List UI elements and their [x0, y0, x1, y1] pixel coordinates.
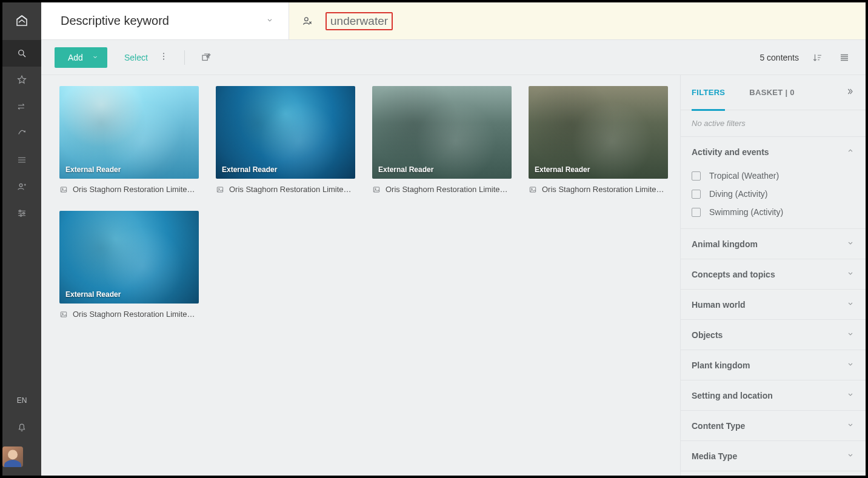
result-name: Oris Staghorn Restoration Limite… [73, 310, 199, 319]
chevron-down-icon[interactable] [263, 13, 276, 29]
image-icon [59, 310, 68, 319]
image-icon [59, 185, 68, 194]
nav-settings[interactable] [2, 200, 41, 227]
result-name: Oris Staghorn Restoration Limite… [386, 185, 512, 194]
svg-point-0 [19, 50, 24, 55]
facet: Human world [681, 290, 866, 320]
expand-icon[interactable] [845, 87, 855, 99]
notifications-icon[interactable] [2, 414, 41, 440]
chevron-icon [846, 330, 855, 340]
nav-list[interactable] [2, 147, 41, 173]
checkbox-icon[interactable] [692, 208, 701, 217]
no-active-filters: No active filters [681, 110, 866, 137]
facet-body: Tropical (Weather) Diving (Activity) Swi… [681, 167, 866, 228]
facet-header[interactable]: Plant kingdom [681, 350, 866, 380]
facet-title: Content Type [692, 421, 745, 431]
more-actions-icon[interactable] [156, 49, 171, 66]
nav-share[interactable] [2, 120, 41, 147]
sort-icon[interactable] [810, 50, 826, 65]
facet-title: Media Type [692, 451, 737, 461]
facet: Setting and location [681, 380, 866, 411]
facet-option[interactable]: Diving (Activity) [692, 185, 855, 203]
facet-header[interactable]: Content Type [681, 411, 866, 440]
result-thumbnail[interactable]: External Reader [529, 86, 668, 179]
image-icon [216, 185, 224, 194]
result-card[interactable]: External Reader Oris Staghorn Restoratio… [529, 86, 668, 194]
chevron-icon [846, 299, 855, 310]
result-card[interactable]: External Reader Oris Staghorn Restoratio… [372, 86, 512, 194]
left-sidebar: EN [2, 2, 41, 476]
facet-header[interactable]: Objects [681, 320, 866, 350]
facet-header[interactable]: Human world [681, 290, 866, 319]
svg-point-4 [20, 214, 22, 216]
facet-title: Objects [692, 330, 723, 340]
facet-header[interactable]: Setting and location [681, 380, 866, 410]
svg-point-8 [163, 58, 164, 59]
facet: Activity and events Tropical (Weather) D… [681, 137, 866, 229]
facet-option-label: Diving (Activity) [709, 189, 767, 199]
result-card[interactable]: External Reader Oris Staghorn Restoratio… [216, 86, 355, 194]
chevron-icon [846, 147, 855, 157]
facet-header[interactable]: Animal kingdom [681, 229, 866, 259]
facet-header[interactable]: Concepts and topics [681, 259, 866, 289]
checkbox-icon[interactable] [692, 171, 701, 181]
right-panel: FILTERS BASKET | 0 No active filters Act… [680, 75, 866, 476]
nav-users[interactable] [2, 173, 41, 200]
user-avatar[interactable] [2, 446, 23, 467]
result-badge: External Reader [222, 165, 277, 174]
facet-option-label: Tropical (Weather) [709, 171, 779, 181]
result-name: Oris Staghorn Restoration Limite… [73, 185, 199, 194]
tab-filters[interactable]: FILTERS [692, 75, 725, 110]
svg-point-7 [163, 55, 164, 56]
result-thumbnail[interactable]: External Reader [372, 86, 512, 179]
app-logo[interactable] [2, 2, 41, 40]
svg-point-2 [19, 210, 21, 212]
search-scope-selector[interactable]: Descriptive keyword [41, 2, 289, 39]
add-button-label: Add [68, 53, 83, 62]
image-icon [529, 185, 537, 194]
result-card[interactable]: External Reader Oris Staghorn Restoratio… [59, 86, 199, 194]
top-bar: Descriptive keyword underwater [41, 2, 866, 40]
result-card[interactable]: External Reader Oris Staghorn Restoratio… [59, 211, 199, 319]
svg-point-6 [163, 53, 164, 54]
chevron-icon [846, 390, 855, 400]
checkbox-icon[interactable] [692, 190, 701, 199]
chevron-icon [846, 451, 855, 461]
bulk-edit-icon[interactable] [198, 50, 214, 65]
result-thumbnail[interactable]: External Reader [216, 86, 355, 179]
search-term[interactable]: underwater [326, 12, 393, 30]
facet-title: Setting and location [692, 391, 773, 400]
facet-option[interactable]: Tropical (Weather) [692, 167, 855, 185]
add-button[interactable]: Add [55, 47, 107, 68]
facet-header[interactable]: Media Type [681, 441, 866, 471]
tab-basket[interactable]: BASKET | 0 [749, 75, 795, 110]
facet-option-label: Swimming (Activity) [709, 207, 783, 217]
results-count: 5 contents [760, 53, 799, 62]
result-name: Oris Staghorn Restoration Limite… [229, 185, 355, 194]
chevron-icon [846, 420, 855, 431]
facet-title: Activity and events [692, 147, 769, 157]
facet-option[interactable]: Swimming (Activity) [692, 203, 855, 221]
result-meta: Oris Staghorn Restoration Limite… [216, 185, 355, 194]
nav-favorites[interactable] [2, 67, 41, 93]
svg-point-3 [23, 213, 25, 214]
result-thumbnail[interactable]: External Reader [59, 86, 199, 179]
facet-title: Animal kingdom [692, 239, 758, 249]
search-bar[interactable]: underwater [289, 2, 866, 39]
person-clear-icon[interactable] [301, 15, 313, 27]
svg-point-5 [305, 17, 309, 21]
facet-header[interactable]: Activity and events [681, 137, 866, 167]
select-link[interactable]: Select [124, 53, 148, 62]
result-thumbnail[interactable]: External Reader [59, 211, 199, 304]
view-list-icon[interactable] [836, 50, 852, 65]
nav-transfers[interactable] [2, 93, 41, 120]
result-meta: Oris Staghorn Restoration Limite… [529, 185, 668, 194]
result-meta: Oris Staghorn Restoration Limite… [372, 185, 512, 194]
language-switch[interactable]: EN [2, 387, 41, 414]
nav-search[interactable] [2, 40, 41, 67]
facet: Media Type [681, 441, 866, 471]
result-badge: External Reader [535, 165, 590, 174]
result-meta: Oris Staghorn Restoration Limite… [59, 185, 199, 194]
result-name: Oris Staghorn Restoration Limite… [542, 185, 668, 194]
right-panel-tabs: FILTERS BASKET | 0 [681, 75, 866, 110]
